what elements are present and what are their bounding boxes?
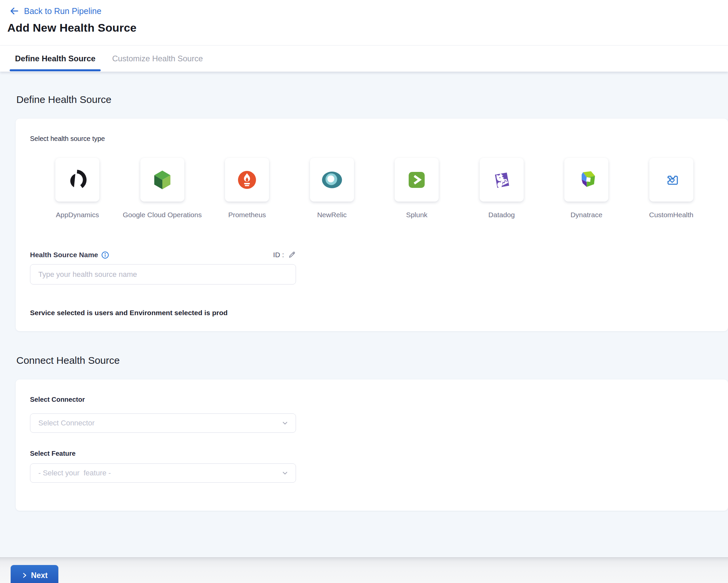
health-source-name-label: Health Source Name — [30, 251, 98, 259]
page-header: Back to Run Pipeline Add New Health Sour… — [0, 0, 728, 45]
chevron-down-icon — [281, 469, 289, 477]
source-type-item: Dynatrace — [544, 158, 629, 220]
health-source-tabbar: Define Health Source Customize Health So… — [0, 45, 728, 72]
health-source-name-input[interactable] — [30, 264, 296, 284]
source-type-tile-splunk[interactable] — [395, 158, 439, 201]
source-type-label: NewRelic — [317, 210, 347, 220]
select-source-type-label: Select health source type — [30, 135, 714, 143]
datadog-icon — [491, 169, 512, 191]
footer-bar: Next — [0, 557, 728, 583]
source-type-label: Dynatrace — [570, 210, 602, 220]
page-title: Add New Health Source — [7, 21, 728, 34]
next-button[interactable]: Next — [11, 565, 58, 583]
info-icon[interactable] — [101, 251, 109, 259]
source-type-tile-customhealth[interactable] — [649, 158, 693, 201]
health-source-name-row: Health Source Name ID : — [30, 250, 296, 259]
back-arrow-icon — [9, 6, 19, 16]
main-content: Define Health Source Select health sourc… — [0, 72, 728, 557]
tab-label: Define Health Source — [15, 54, 95, 63]
tab-define-health-source[interactable]: Define Health Source — [10, 46, 101, 72]
source-type-tile-prometheus[interactable] — [225, 158, 269, 201]
source-type-tile-appdynamics[interactable] — [55, 158, 99, 201]
source-type-label: Datadog — [488, 210, 515, 220]
feature-select[interactable]: - Select your feature - — [30, 464, 296, 483]
connect-section-heading: Connect Health Source — [16, 355, 728, 366]
source-type-label: CustomHealth — [649, 210, 693, 220]
connector-select-placeholder: Select Connector — [38, 419, 95, 427]
appdynamics-icon — [67, 169, 88, 191]
prometheus-icon — [236, 169, 258, 191]
chevron-down-icon — [281, 419, 289, 427]
service-environment-note: Service selected is users and Environmen… — [30, 308, 714, 317]
dynatrace-icon — [576, 169, 597, 191]
connect-health-source-card: Select Connector Select Connector Select… — [16, 380, 728, 511]
source-type-label: Prometheus — [228, 210, 266, 220]
newrelic-icon — [321, 169, 343, 191]
source-type-tile-google-cloud-operations[interactable] — [140, 158, 184, 201]
source-type-row: AppDynamics Google Cloud Operations Prom… — [35, 158, 714, 220]
source-type-label: Splunk — [406, 210, 427, 220]
next-button-label: Next — [31, 571, 48, 580]
feature-select-placeholder: - Select your feature - — [38, 469, 111, 477]
google-cloud-operations-icon — [152, 169, 173, 191]
source-type-tile-dynatrace[interactable] — [564, 158, 608, 201]
customhealth-icon — [661, 169, 682, 191]
source-type-item: NewRelic — [290, 158, 375, 220]
active-tab-underline — [10, 69, 101, 71]
select-feature-label: Select Feature — [30, 449, 714, 457]
source-type-item: CustomHealth — [629, 158, 714, 220]
select-connector-label: Select Connector — [30, 395, 714, 404]
source-type-item: Prometheus — [205, 158, 290, 220]
back-to-run-pipeline-link[interactable]: Back to Run Pipeline — [7, 5, 101, 17]
source-type-item: Google Cloud Operations — [120, 158, 205, 220]
next-chevron-icon — [21, 572, 28, 579]
source-type-label: Google Cloud Operations — [123, 210, 202, 220]
connector-select[interactable]: Select Connector — [30, 413, 296, 433]
back-link-label: Back to Run Pipeline — [24, 6, 101, 16]
source-type-label: AppDynamics — [56, 210, 99, 220]
source-type-tile-newrelic[interactable] — [310, 158, 354, 201]
tab-customize-health-source[interactable]: Customize Health Source — [107, 46, 208, 72]
edit-pencil-icon[interactable] — [288, 251, 296, 259]
tab-label: Customize Health Source — [112, 54, 203, 63]
source-type-item: Datadog — [459, 158, 544, 220]
define-section-heading: Define Health Source — [16, 93, 728, 106]
source-type-item: AppDynamics — [35, 158, 120, 220]
add-health-source-page: Back to Run Pipeline Add New Health Sour… — [0, 0, 728, 583]
splunk-icon — [406, 169, 427, 191]
define-health-source-card: Select health source type AppDynamics Go… — [16, 119, 728, 331]
id-label: ID : — [273, 251, 284, 259]
source-type-item: Splunk — [374, 158, 459, 220]
source-type-tile-datadog[interactable] — [480, 158, 524, 201]
